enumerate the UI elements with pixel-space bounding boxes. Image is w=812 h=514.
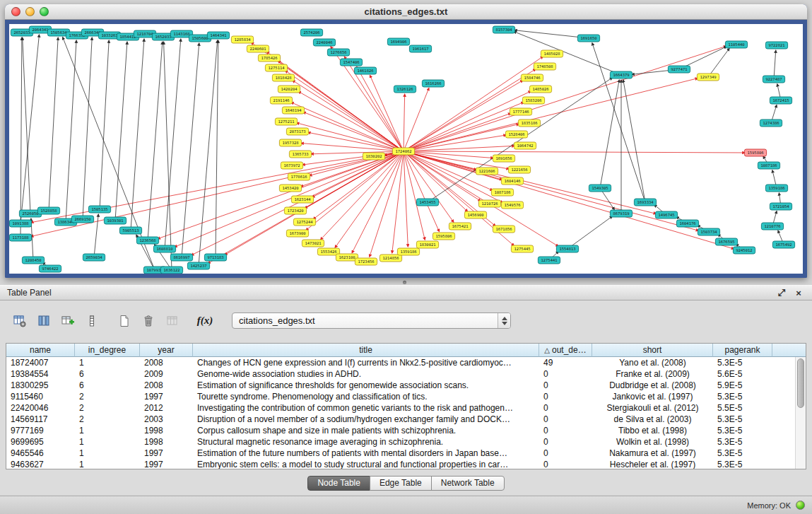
cell-name[interactable]: 22420046 <box>6 402 75 414</box>
memory-indicator-icon[interactable] <box>796 501 805 510</box>
graph-node[interactable]: 1528406 <box>505 131 527 138</box>
scrollbar-thumb[interactable] <box>797 358 804 408</box>
cell-out_degree[interactable]: 0 <box>539 448 592 459</box>
cell-title[interactable]: Estimation of the future numbers of pati… <box>193 448 539 459</box>
cell-year[interactable]: 1997 <box>140 391 193 402</box>
graph-node[interactable]: 9722821 <box>765 42 787 49</box>
cell-year[interactable]: 2008 <box>140 380 193 391</box>
cell-in_degree[interactable]: 6 <box>75 368 140 380</box>
cell-out_degree[interactable]: 49 <box>539 357 592 368</box>
table-row[interactable]: 977716911998Corpus callosum shape and si… <box>6 425 795 436</box>
graph-node[interactable]: 1830202 <box>363 153 384 160</box>
cell-short[interactable]: Franke et al. (2009) <box>592 368 713 380</box>
cell-name[interactable]: 18300295 <box>6 380 75 391</box>
cell-pagerank[interactable]: 5.6E-5 <box>713 368 772 380</box>
cell-out_degree[interactable]: 0 <box>539 436 592 448</box>
cell-pagerank[interactable]: 5.9E-5 <box>713 380 772 391</box>
cell-out_degree[interactable]: 0 <box>539 459 592 469</box>
cell-short[interactable]: Nakamura et al. (1997) <box>592 448 713 459</box>
graph-node[interactable]: 1456900 <box>464 211 486 218</box>
cell-title[interactable]: Tourette syndrome. Phenomenology and cla… <box>193 391 539 402</box>
graph-node[interactable]: 1721054 <box>770 203 792 210</box>
cell-out_degree[interactable]: 0 <box>539 402 592 414</box>
column-header-in_degree[interactable]: in_degree <box>75 344 140 357</box>
cell-pagerank[interactable]: 5.3E-5 <box>713 436 772 448</box>
cell-out_degree[interactable]: 0 <box>539 391 592 402</box>
close-panel-icon[interactable]: × <box>792 287 805 298</box>
cell-in_degree[interactable]: 6 <box>75 380 140 391</box>
graph-node[interactable]: 1636122 <box>160 267 182 274</box>
graph-node[interactable]: 1087186 <box>491 189 513 196</box>
cell-in_degree[interactable]: 1 <box>75 448 140 459</box>
graph-node[interactable]: 2669150 <box>71 216 93 223</box>
cell-out_degree[interactable]: 0 <box>539 414 592 425</box>
graph-node[interactable]: 1693334 <box>634 199 656 206</box>
cell-out_degree[interactable]: 0 <box>539 368 592 380</box>
graph-node[interactable]: 1275445 <box>511 245 533 252</box>
column-header-short[interactable]: short <box>592 344 713 357</box>
zoom-window-button[interactable] <box>40 7 49 16</box>
cell-name[interactable]: 14569117 <box>6 414 75 425</box>
graph-node[interactable]: 1461826 <box>354 67 376 74</box>
delete-row-button[interactable] <box>139 312 158 330</box>
column-header-title[interactable]: title <box>193 344 539 357</box>
tab-node-table[interactable]: Node Table <box>307 476 370 491</box>
graph-node[interactable]: 1276656 <box>327 49 349 56</box>
graph-node[interactable]: 2073173 <box>286 128 308 135</box>
graph-node[interactable]: 1549576 <box>501 201 523 209</box>
graph-node[interactable]: 2240046 <box>313 39 335 46</box>
graph-node[interactable]: 1275114 <box>265 64 287 71</box>
graph-node[interactable]: 1830021 <box>416 241 438 248</box>
graph-node[interactable]: 9746422 <box>39 265 61 272</box>
cell-title[interactable]: Genome-wide association studies in ADHD. <box>193 368 539 380</box>
cell-out_degree[interactable]: 0 <box>539 380 592 391</box>
graph-node[interactable]: 1691650 <box>577 35 599 42</box>
graph-node[interactable]: 1359186 <box>397 248 419 255</box>
graph-node[interactable]: 1675492 <box>772 241 794 248</box>
cell-short[interactable]: Yano et al. (2008) <box>592 357 713 368</box>
graph-node[interactable]: 1275244 <box>293 218 315 226</box>
table-row[interactable]: 969969511998Structural magnetic resonanc… <box>6 436 795 448</box>
graph-node[interactable]: 1671856 <box>493 226 514 233</box>
graph-node[interactable]: 1583206 <box>522 97 544 104</box>
graph-node[interactable]: 1496745 <box>655 211 677 218</box>
graph-node[interactable]: 2240601 <box>247 45 269 52</box>
graph-node[interactable]: 1595806 <box>744 149 766 156</box>
graph-node[interactable]: 1365733 <box>289 151 311 158</box>
graph-node[interactable]: 1221656 <box>508 166 530 173</box>
function-builder-button[interactable]: f(x) <box>195 312 215 330</box>
graph-node[interactable]: 1528858 <box>37 207 59 214</box>
cell-pagerank[interactable]: 5.3E-5 <box>713 448 772 459</box>
cell-pagerank[interactable]: 5.3E-5 <box>713 414 772 425</box>
graph-node[interactable]: 1274386 <box>760 119 782 127</box>
graph-node[interactable]: 1464341 <box>207 32 229 39</box>
graph-node[interactable]: 1604146 <box>501 177 523 185</box>
cell-in_degree[interactable]: 1 <box>75 357 140 368</box>
cell-short[interactable]: Tibbo et al. (1998) <box>592 425 713 436</box>
graph-node[interactable]: 1673900 <box>286 230 308 237</box>
cell-year[interactable]: 2009 <box>140 368 193 380</box>
cell-short[interactable]: Hescheler et al. (1997) <box>592 459 713 469</box>
cell-pagerank[interactable]: 5.5E-5 <box>713 402 772 414</box>
cell-year[interactable]: 2003 <box>140 414 193 425</box>
graph-node[interactable]: 1173188 <box>9 234 31 241</box>
table-row[interactable]: 1938455462009Genome-wide association stu… <box>6 368 795 380</box>
cell-name[interactable]: 9465546 <box>6 448 75 459</box>
graph-node[interactable]: 5905513 <box>119 227 141 234</box>
graph-node[interactable]: 1275211 <box>275 118 297 125</box>
graph-node[interactable]: 9277471 <box>668 66 690 73</box>
graph-node[interactable]: 1778616 <box>288 173 310 180</box>
cell-title[interactable]: Structural magnetic resonance image aver… <box>193 436 539 448</box>
graph-node[interactable]: 1623144 <box>291 196 313 203</box>
column-header-pagerank[interactable]: pagerank <box>713 344 772 357</box>
column-header-out_degree[interactable]: △out_de… <box>539 344 592 357</box>
cell-title[interactable]: Embryonic stem cells: a model to study s… <box>193 459 539 469</box>
graph-node[interactable]: 1087186 <box>758 162 779 169</box>
graph-node[interactable]: 8679319 <box>610 210 632 217</box>
graph-node[interactable]: 1818428 <box>272 74 294 81</box>
cell-short[interactable]: Jankovic et al. (1997) <box>592 391 713 402</box>
delete-column-button[interactable] <box>82 312 102 330</box>
graph-node[interactable]: 1554813 <box>556 245 578 252</box>
graph-node[interactable]: 1275441 <box>538 257 560 264</box>
minimize-window-button[interactable] <box>25 7 35 16</box>
